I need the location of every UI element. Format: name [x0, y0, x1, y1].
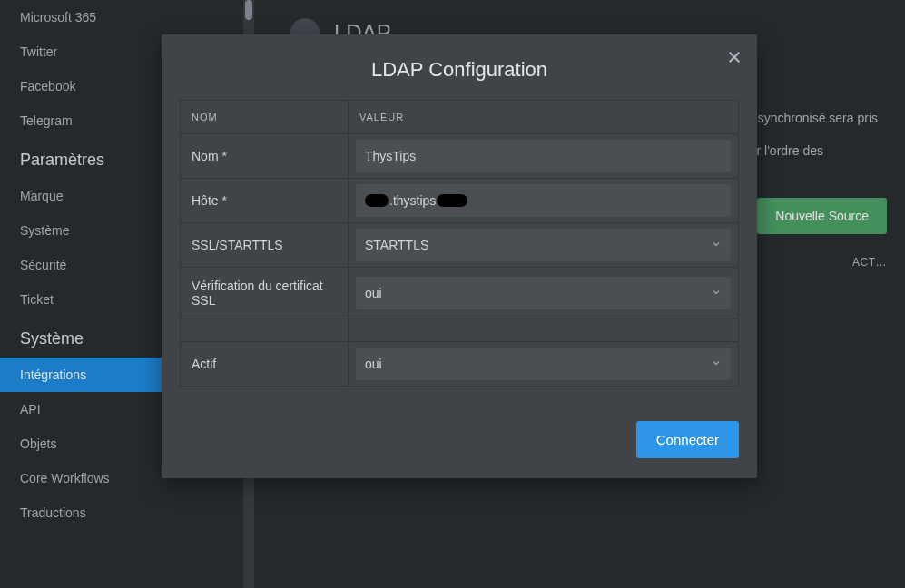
name-input[interactable] [356, 140, 731, 172]
ssl-select[interactable]: STARTTLS [356, 229, 731, 261]
chevron-down-icon [711, 238, 722, 252]
modal-body: NOM VALEUR Nom * Hôte * [162, 100, 757, 405]
config-table: NOM VALEUR Nom * Hôte * [180, 100, 739, 387]
host-input[interactable]: .thystips [356, 184, 731, 217]
active-select[interactable]: oui [356, 348, 731, 380]
close-icon [726, 53, 743, 68]
column-header-name: NOM [181, 101, 349, 134]
modal-footer: Connecter [162, 405, 757, 478]
chevron-down-icon [711, 357, 722, 371]
ssl-select-value: STARTTLS [365, 238, 428, 252]
name-label: Nom * [181, 134, 349, 179]
cert-select[interactable]: oui [356, 277, 731, 309]
connect-button[interactable]: Connecter [636, 421, 739, 458]
cert-select-value: oui [365, 286, 382, 300]
app-root: Microsoft 365 Twitter Facebook Telegram … [0, 0, 905, 588]
chevron-down-icon [711, 286, 722, 300]
modal-header: LDAP Configuration [162, 34, 757, 100]
ssl-label: SSL/STARTTLS [181, 223, 349, 268]
redacted-prefix [365, 194, 389, 207]
redacted-suffix [437, 194, 467, 207]
active-label: Actif [181, 342, 349, 387]
modal-title: LDAP Configuration [180, 58, 739, 82]
blank-cell [349, 319, 739, 342]
close-button[interactable] [726, 49, 743, 69]
cert-label: Vérification du certificat SSL [181, 268, 349, 319]
active-select-value: oui [365, 357, 382, 371]
ldap-config-modal: LDAP Configuration NOM VALEUR Nom * [162, 34, 757, 478]
column-header-value: VALEUR [349, 101, 739, 134]
host-value-text: .thystips [389, 193, 436, 208]
blank-cell [181, 319, 349, 342]
host-label: Hôte * [181, 179, 349, 223]
